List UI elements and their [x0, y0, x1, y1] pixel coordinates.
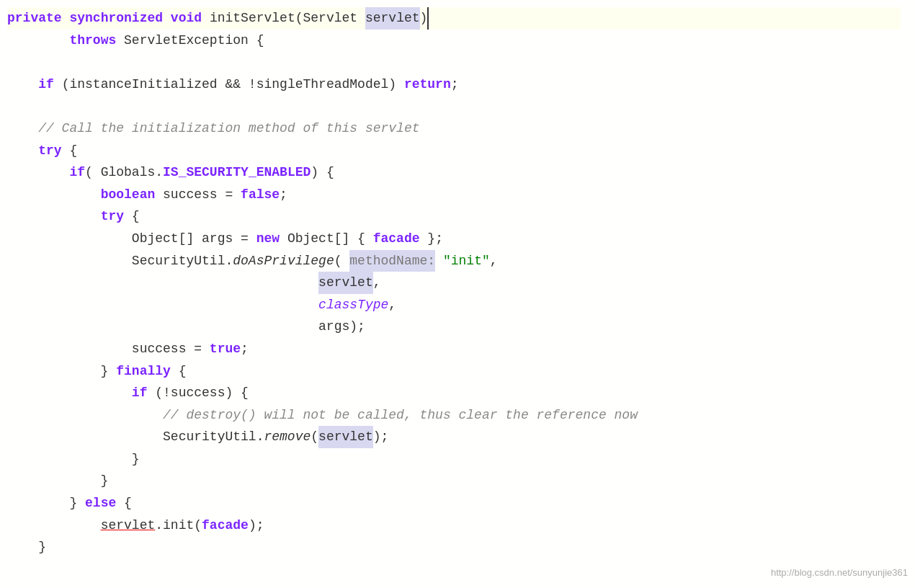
method-doAsPrivilege: doAsPrivilege: [233, 250, 334, 272]
code-line-20: SecurityUtil.remove(servlet);: [7, 426, 901, 448]
keyword-return: return: [404, 74, 451, 96]
keyword: void: [171, 7, 210, 30]
code-line-14: classType,: [7, 294, 901, 316]
keyword: private: [7, 7, 69, 30]
code-editor: private synchronized void initServlet(Se…: [0, 0, 915, 566]
keyword-if2: if: [69, 161, 85, 184]
cursor: [427, 7, 429, 30]
string-init: "init": [443, 250, 490, 272]
code-line-12: SecurityUtil.doAsPrivilege( methodName: …: [7, 250, 901, 272]
arg-servlet: servlet: [318, 272, 373, 294]
keyword-throws: throws: [69, 30, 124, 52]
keyword-else: else: [85, 492, 124, 514]
keyword-boolean: boolean: [101, 184, 163, 206]
keyword-if: if: [38, 74, 61, 96]
paren-close: ): [420, 7, 428, 30]
keyword-if3: if: [132, 382, 155, 404]
code-line-24: servlet.init(facade);: [7, 514, 901, 537]
keyword-try: try: [38, 140, 69, 162]
watermark: http://blog.csdn.net/sunyunjie361: [771, 565, 908, 581]
servlet-underlined: servlet: [101, 514, 156, 537]
keyword-finally: finally: [116, 360, 178, 383]
comment: // Call the initialization method of thi…: [7, 117, 420, 140]
constant: IS_SECURITY_ENABLED: [163, 161, 311, 184]
code-line-25: }: [7, 536, 901, 558]
code-line-8: if( Globals.IS_SECURITY_ENABLED) {: [7, 161, 901, 184]
arg-servlet2: servlet: [318, 426, 373, 448]
arg-classType: classType: [318, 294, 388, 316]
param-servlet: servlet: [365, 7, 420, 30]
code-line-23: } else {: [7, 492, 901, 514]
code-line-7: try {: [7, 140, 901, 162]
code-line-3: [7, 51, 901, 74]
code-line-1: private synchronized void initServlet(Se…: [7, 7, 901, 30]
code-line-10: try {: [7, 205, 901, 228]
code-line-16: success = true;: [7, 338, 901, 360]
param-label-methodName: methodName:: [349, 250, 435, 272]
method-name: initServlet(Servlet: [210, 7, 365, 30]
code-line-4: if (instanceInitialized && !singleThread…: [7, 74, 901, 96]
code-line-6: // Call the initialization method of thi…: [7, 117, 901, 140]
keyword: synchronized: [69, 7, 170, 30]
code-line-11: Object[] args = new Object[] { facade };: [7, 228, 901, 250]
keyword-false: false: [241, 184, 280, 206]
keyword-facade: facade: [373, 228, 428, 250]
code-line-15: args);: [7, 316, 901, 338]
keyword-new: new: [256, 228, 287, 250]
code-line-19: // destroy() will not be called, thus cl…: [7, 404, 901, 427]
method-remove: remove: [264, 426, 311, 448]
code-line-2: throws ServletException {: [7, 30, 901, 52]
code-line-9: boolean success = false;: [7, 184, 901, 206]
keyword-facade2: facade: [202, 514, 249, 537]
code-line-22: }: [7, 470, 901, 492]
keyword-try2: try: [101, 205, 132, 228]
code-line-13: servlet,: [7, 272, 901, 294]
code-line-18: if (!success) {: [7, 382, 901, 404]
keyword-true: true: [210, 338, 241, 360]
code-line-21: }: [7, 448, 901, 471]
comment-destroy: // destroy() will not be called, thus cl…: [7, 404, 638, 427]
code-line-17: } finally {: [7, 360, 901, 383]
code-line-5: [7, 95, 901, 117]
